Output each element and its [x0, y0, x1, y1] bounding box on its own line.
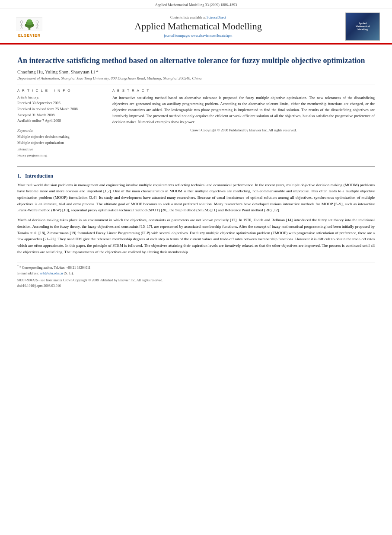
keywords-block: Keywords: Multiple objective decision ma… [17, 128, 104, 159]
homepage-url[interactable]: www.elsevier.com/locate/apm [191, 34, 232, 38]
divider-after-abstract [17, 166, 375, 167]
abstract-column: A B S T R A C T An interactive satisfici… [112, 89, 375, 162]
authors: Chaofang Hu, Yuling Shen, Shaoyuan Li * [17, 69, 375, 74]
article-info-column: A R T I C L E I N F O Article history: R… [17, 89, 104, 162]
journal-cover-block: AppliedMathematicalModelling [345, 13, 384, 41]
intro-paragraph-2: Much of decision making takes place in a… [17, 217, 375, 255]
journal-title: Applied Mathematical Modelling [51, 21, 345, 32]
svg-point-4 [27, 19, 32, 22]
article-info-label: A R T I C L E I N F O [17, 89, 104, 92]
accepted-date: Accepted 31 March 2008 [17, 112, 104, 118]
keyword-3: Interactive [17, 146, 104, 152]
received-date: Received 30 September 2006 [17, 100, 104, 106]
received-revised-date: Received in revised form 25 March 2008 [17, 106, 104, 112]
intro-section-title: 1. Introduction [17, 173, 375, 179]
intro-paragraph-1: Most real world decision problems in man… [17, 182, 375, 214]
journal-header: ELSEVIER Contents lists available at Sci… [0, 9, 392, 45]
journal-homepage: journal homepage: www.elsevier.com/locat… [51, 34, 345, 38]
contents-line: Contents lists available at ScienceDirec… [51, 16, 345, 19]
article-history-label: Article history: [17, 95, 104, 99]
abstract-copyright: Crown Copyright © 2008 Published by Else… [112, 128, 375, 132]
divider-after-authors [17, 85, 375, 85]
journal-cover-image: AppliedMathematicalModelling [345, 13, 380, 41]
journal-meta-text: Applied Mathematical Modelling 33 (2009)… [155, 3, 237, 7]
elsevier-tree-icon [16, 16, 42, 32]
top-meta-bar: Applied Mathematical Modelling 33 (2009)… [0, 0, 392, 9]
available-online-date: Available online 7 April 2008 [17, 118, 104, 124]
email-note: E-mail address: syli@sjtu.edu.cn (S. Li)… [17, 271, 375, 277]
affiliation: Department of Automation, Shanghai Jiao … [17, 76, 375, 80]
article-history-block: Article history: Received 30 September 2… [17, 95, 104, 124]
abstract-section-label: A B S T R A C T [112, 89, 375, 92]
article-title: An interactive satisficing method based … [17, 56, 375, 66]
sciencedirect-link[interactable]: ScienceDirect [207, 16, 226, 19]
journal-center-block: Contents lists available at ScienceDirec… [51, 16, 345, 38]
elsevier-logo-block: ELSEVIER [8, 16, 51, 38]
main-content: An interactive satisficing method based … [0, 45, 392, 292]
keyword-2: Multiple objective optimization [17, 140, 104, 146]
article-info-abstract-section: A R T I C L E I N F O Article history: R… [17, 89, 375, 162]
keywords-label: Keywords: [17, 128, 104, 133]
footnote-section: * * Corresponding author. Tel./fax: +86 … [17, 262, 375, 287]
author-email-link[interactable]: syli@sjtu.edu.cn [40, 271, 63, 275]
corresponding-author-note: * * Corresponding author. Tel./fax: +86 … [17, 264, 375, 271]
page: Applied Mathematical Modelling 33 (2009)… [0, 0, 392, 535]
pii-line: S0307-904X/$ - see front matter Crown Co… [17, 278, 375, 282]
keyword-1: Multiple objective decision making [17, 134, 104, 140]
keyword-4: Fuzzy programming [17, 152, 104, 158]
doi-line: doi:10.1016/j.apm.2008.03.016 [17, 284, 375, 288]
abstract-text: An interactive satisficing method based … [112, 95, 375, 125]
elsevier-brand-text: ELSEVIER [18, 33, 41, 38]
